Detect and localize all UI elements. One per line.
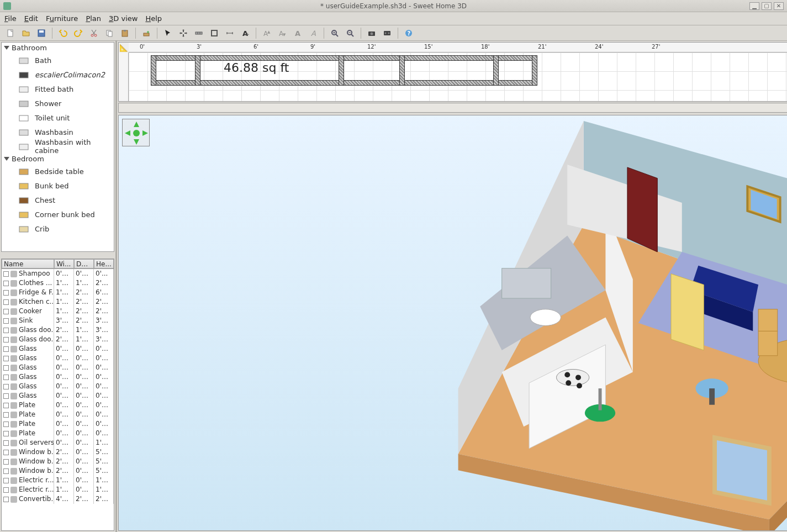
table-row[interactable]: Glass0'1...0'1...0'3... xyxy=(2,382,114,391)
table-row[interactable]: Glass0'1...0'1...0'3... xyxy=(2,372,114,382)
create-video-icon[interactable] xyxy=(381,27,393,39)
row-visibility-checkbox[interactable] xyxy=(3,450,9,455)
redo-icon[interactable] xyxy=(72,27,84,39)
text-bold-icon[interactable]: A xyxy=(292,27,304,39)
row-visibility-checkbox[interactable] xyxy=(3,290,9,296)
menu-plan[interactable]: Plan xyxy=(86,14,101,23)
catalog-item[interactable]: Crib xyxy=(2,222,114,236)
horizontal-splitter[interactable] xyxy=(0,253,115,257)
row-visibility-checkbox[interactable] xyxy=(3,403,9,408)
catalog-group-header[interactable]: Bathroom xyxy=(2,43,114,53)
catalog-item[interactable]: Fitted bath xyxy=(2,82,114,96)
create-room-icon[interactable] xyxy=(208,27,220,39)
row-visibility-checkbox[interactable] xyxy=(3,468,9,474)
row-visibility-checkbox[interactable] xyxy=(3,384,9,389)
catalog-item[interactable]: Toilet unit xyxy=(2,110,114,125)
create-photo-icon[interactable] xyxy=(366,27,378,39)
row-visibility-checkbox[interactable] xyxy=(3,356,9,361)
create-walls-icon[interactable] xyxy=(193,27,205,39)
menu-edit[interactable]: Edit xyxy=(24,14,38,23)
col-header-name[interactable]: Name xyxy=(2,259,54,268)
table-row[interactable]: Oil servers0'5...0'2...1'0... xyxy=(2,438,114,447)
undo-icon[interactable] xyxy=(57,27,69,39)
table-row[interactable]: Window b...2'7...0'3...5'1... xyxy=(2,457,114,466)
row-visibility-checkbox[interactable] xyxy=(3,346,9,352)
table-row[interactable]: Window b...2'7...0'3...5'1... xyxy=(2,466,114,476)
menu-help[interactable]: Help xyxy=(145,14,162,23)
plan-2d-view[interactable]: 0'3'6'9'12'15'18'21'24'27' 📐 46.88 sq ft xyxy=(118,42,787,102)
col-header-height[interactable]: He... xyxy=(94,259,114,268)
menu-furniture[interactable]: Furniture xyxy=(46,14,78,23)
open-file-icon[interactable] xyxy=(20,27,32,39)
table-row[interactable]: Glass doo...2'7...1'3...3'1... xyxy=(2,335,114,344)
maximize-button[interactable]: ▢ xyxy=(762,2,772,10)
text-smaller-icon[interactable]: A▼ xyxy=(276,27,288,39)
row-visibility-checkbox[interactable] xyxy=(3,271,9,277)
add-furniture-icon[interactable] xyxy=(140,27,152,39)
table-row[interactable]: Electric r...1'2...0'3...1'8... xyxy=(2,485,114,494)
minimize-button[interactable]: ▁ xyxy=(749,2,759,10)
new-file-icon[interactable] xyxy=(4,27,17,39)
help-icon[interactable]: ? xyxy=(403,27,415,39)
copy-icon[interactable] xyxy=(103,27,115,39)
catalog-item[interactable]: Shower xyxy=(2,96,114,110)
catalog-item[interactable]: Bedside table xyxy=(2,164,114,178)
table-row[interactable]: Clothes ...1'1...1'1...2'9... xyxy=(2,278,114,288)
col-header-depth[interactable]: De... xyxy=(74,259,94,268)
table-row[interactable]: Window b...2'7...0'3...5'1... xyxy=(2,447,114,457)
row-visibility-checkbox[interactable] xyxy=(3,459,9,465)
paste-icon[interactable] xyxy=(119,27,131,39)
table-row[interactable]: Convertib...4'9...2'7...2'4... xyxy=(2,494,114,504)
select-tool-icon[interactable] xyxy=(162,27,174,39)
save-icon[interactable] xyxy=(35,27,47,39)
pan-tool-icon[interactable] xyxy=(177,27,189,39)
table-row[interactable]: Plate0'7...0'7...0'0... xyxy=(2,419,114,429)
furniture-catalog[interactable]: BathroomBathescalierColimacon2Fitted bat… xyxy=(1,42,114,252)
table-row[interactable]: Sink3'1...2'1...3'5... xyxy=(2,316,114,325)
catalog-item[interactable]: Washbasin with cabine xyxy=(2,139,114,154)
row-visibility-checkbox[interactable] xyxy=(3,478,9,483)
catalog-item[interactable]: escalierColimacon2 xyxy=(2,67,114,82)
catalog-group-header[interactable]: Bedroom xyxy=(2,154,114,164)
row-visibility-checkbox[interactable] xyxy=(3,440,9,446)
row-visibility-checkbox[interactable] xyxy=(3,318,9,324)
furniture-table[interactable]: Name Wi... De... He... Shampoo0'2...0'1.… xyxy=(1,259,114,531)
dimension-tool-icon[interactable] xyxy=(224,27,236,39)
zoom-out-icon[interactable] xyxy=(344,27,356,39)
text-italic-icon[interactable]: A xyxy=(307,27,319,39)
menu-3dview[interactable]: 3D view xyxy=(109,14,138,23)
table-row[interactable]: Glass doo...2'7...1'3...3'1... xyxy=(2,325,114,335)
table-row[interactable]: Glass0'1...0'1...0'3... xyxy=(2,354,114,363)
row-visibility-checkbox[interactable] xyxy=(3,422,9,427)
view-3d[interactable] xyxy=(118,115,787,531)
navigation-compass[interactable] xyxy=(122,119,150,146)
table-row[interactable]: Glass0'1...0'1...0'3... xyxy=(2,363,114,372)
row-visibility-checkbox[interactable] xyxy=(3,281,9,286)
table-row[interactable]: Cooker1'1...2'1...2'9... xyxy=(2,307,114,316)
catalog-item[interactable]: Washbasin xyxy=(2,125,114,139)
catalog-item[interactable]: Bath xyxy=(2,53,114,67)
text-bigger-icon[interactable]: A▲ xyxy=(261,27,273,39)
table-row[interactable]: Plate0'7...0'7...0'0... xyxy=(2,410,114,419)
table-row[interactable]: Kitchen c...1'1...2'1...2'9... xyxy=(2,297,114,307)
row-visibility-checkbox[interactable] xyxy=(3,365,9,371)
cut-icon[interactable] xyxy=(88,27,100,39)
row-visibility-checkbox[interactable] xyxy=(3,309,9,314)
row-visibility-checkbox[interactable] xyxy=(3,487,9,493)
row-visibility-checkbox[interactable] xyxy=(3,337,9,343)
row-visibility-checkbox[interactable] xyxy=(3,299,9,305)
row-visibility-checkbox[interactable] xyxy=(3,393,9,399)
table-row[interactable]: Plate0'7...0'7...0'0... xyxy=(2,401,114,410)
row-visibility-checkbox[interactable] xyxy=(3,375,9,380)
row-visibility-checkbox[interactable] xyxy=(3,412,9,418)
table-row[interactable]: Glass0'1...0'1...0'3... xyxy=(2,344,114,354)
zoom-in-icon[interactable] xyxy=(329,27,341,39)
catalog-item[interactable]: Chest xyxy=(2,193,114,207)
plan-horizontal-scrollbar[interactable] xyxy=(118,103,787,113)
catalog-item[interactable]: Corner bunk bed xyxy=(2,207,114,222)
row-visibility-checkbox[interactable] xyxy=(3,431,9,436)
close-button[interactable]: ✕ xyxy=(774,2,784,10)
table-row[interactable]: Glass0'1...0'1...0'3... xyxy=(2,391,114,401)
row-visibility-checkbox[interactable] xyxy=(3,497,9,502)
catalog-item[interactable]: Bunk bed xyxy=(2,178,114,193)
